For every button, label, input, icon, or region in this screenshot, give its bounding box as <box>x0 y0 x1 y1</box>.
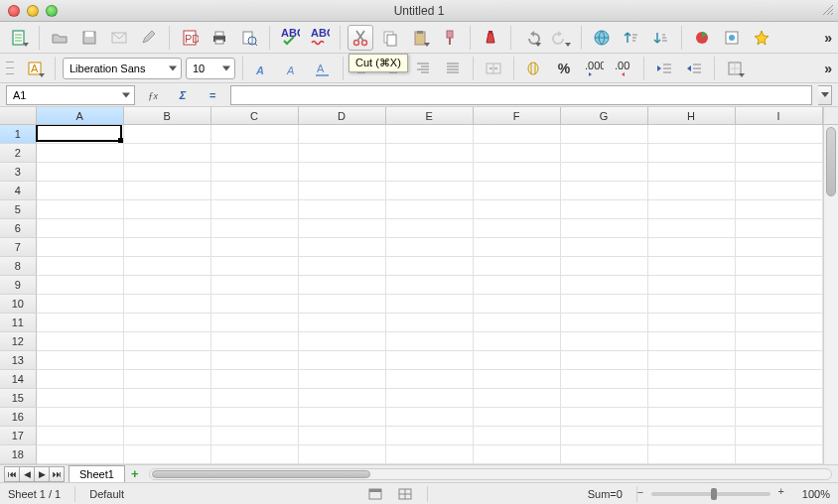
cell[interactable] <box>561 389 648 408</box>
sum-button[interactable]: Σ <box>171 89 195 101</box>
hyperlink-button[interactable] <box>589 25 615 51</box>
open-button[interactable] <box>47 25 72 51</box>
cell[interactable] <box>474 295 561 314</box>
percent-button[interactable]: % <box>551 56 577 81</box>
selection-mode-icon[interactable] <box>397 487 413 501</box>
cell[interactable] <box>648 125 736 144</box>
page-style[interactable]: Default <box>89 488 209 500</box>
cell[interactable] <box>211 276 299 295</box>
cell[interactable] <box>474 332 561 351</box>
cell[interactable] <box>211 445 299 464</box>
cell[interactable] <box>561 351 648 370</box>
row-header[interactable]: 3 <box>0 163 37 182</box>
borders-button[interactable] <box>722 56 748 81</box>
cell[interactable] <box>561 238 648 257</box>
row-header[interactable]: 8 <box>0 257 37 276</box>
cell[interactable] <box>561 125 648 144</box>
cell[interactable] <box>648 219 736 238</box>
cell[interactable] <box>299 332 386 351</box>
cell[interactable] <box>299 125 386 144</box>
cell[interactable] <box>37 182 124 200</box>
cell[interactable] <box>386 332 474 351</box>
cell[interactable] <box>124 408 211 427</box>
cell[interactable] <box>648 389 736 408</box>
cell[interactable] <box>124 144 211 163</box>
cell[interactable] <box>299 427 386 445</box>
cell[interactable] <box>124 219 211 238</box>
cell[interactable] <box>37 257 124 276</box>
cell[interactable] <box>124 427 211 445</box>
row-header[interactable]: 2 <box>0 144 37 163</box>
cell[interactable] <box>211 238 299 257</box>
function-wizard-button[interactable]: ƒx <box>141 89 165 101</box>
cell[interactable] <box>211 200 299 219</box>
cell[interactable] <box>736 351 823 370</box>
cell[interactable] <box>386 125 474 144</box>
cell[interactable] <box>736 389 823 408</box>
cell[interactable] <box>648 332 736 351</box>
cell[interactable] <box>37 163 124 182</box>
formula-input[interactable] <box>230 85 812 105</box>
cell[interactable] <box>124 238 211 257</box>
cell[interactable] <box>386 389 474 408</box>
cell[interactable] <box>37 332 124 351</box>
cell[interactable] <box>124 200 211 219</box>
row-header[interactable]: 6 <box>0 219 37 238</box>
toolbar-grip[interactable] <box>6 58 14 79</box>
cell[interactable] <box>37 427 124 445</box>
cell[interactable] <box>561 408 648 427</box>
cell[interactable] <box>736 238 823 257</box>
underline-button[interactable]: A <box>310 56 336 81</box>
insert-mode-icon[interactable] <box>367 487 383 501</box>
cell[interactable] <box>299 163 386 182</box>
gallery-button[interactable] <box>749 25 774 51</box>
cell[interactable] <box>561 200 648 219</box>
redo-button[interactable] <box>548 25 574 51</box>
row-header[interactable]: 11 <box>0 314 37 332</box>
cell[interactable] <box>561 445 648 464</box>
cell[interactable] <box>736 332 823 351</box>
zoom-slider[interactable] <box>651 492 770 496</box>
horizontal-scrollbar[interactable] <box>149 468 832 480</box>
cell[interactable] <box>736 144 823 163</box>
cell[interactable] <box>561 295 648 314</box>
toolbar2-overflow-button[interactable]: » <box>824 54 832 82</box>
cell[interactable] <box>211 257 299 276</box>
cut-button[interactable]: Cut (⌘X) <box>348 25 373 51</box>
cell[interactable] <box>561 144 648 163</box>
cell[interactable] <box>736 257 823 276</box>
cell[interactable] <box>299 182 386 200</box>
currency-button[interactable] <box>521 56 547 81</box>
cell[interactable] <box>386 238 474 257</box>
cell[interactable] <box>299 238 386 257</box>
cell[interactable] <box>211 370 299 389</box>
row-header[interactable]: 13 <box>0 351 37 370</box>
decrease-indent-button[interactable] <box>651 56 677 81</box>
cell[interactable] <box>736 182 823 200</box>
cell[interactable] <box>736 125 823 144</box>
first-sheet-button[interactable]: ⏮ <box>4 466 20 482</box>
cell[interactable] <box>299 295 386 314</box>
cell[interactable] <box>299 257 386 276</box>
cell[interactable] <box>648 445 736 464</box>
column-header[interactable]: A <box>37 107 124 124</box>
cell[interactable] <box>736 163 823 182</box>
styles-button[interactable]: A <box>22 56 48 81</box>
cell[interactable] <box>211 219 299 238</box>
cell[interactable] <box>648 257 736 276</box>
cell[interactable] <box>386 257 474 276</box>
clear-formatting-button[interactable] <box>478 25 503 51</box>
cells-area[interactable] <box>37 125 823 464</box>
row-header[interactable]: 4 <box>0 182 37 200</box>
cell[interactable] <box>124 389 211 408</box>
cell[interactable] <box>648 314 736 332</box>
cell[interactable] <box>211 389 299 408</box>
cell[interactable] <box>648 238 736 257</box>
cell[interactable] <box>561 370 648 389</box>
cell[interactable] <box>37 144 124 163</box>
column-header[interactable]: E <box>386 107 474 124</box>
cell[interactable] <box>37 408 124 427</box>
paste-button[interactable] <box>407 25 433 51</box>
cell[interactable] <box>736 276 823 295</box>
cell[interactable] <box>561 257 648 276</box>
